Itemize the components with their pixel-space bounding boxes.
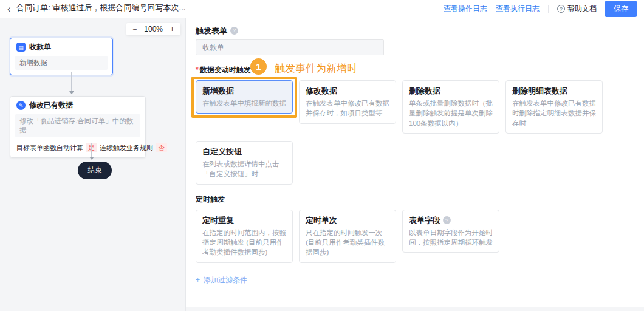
zoom-level: 100% <box>144 25 163 33</box>
help-icon: ? <box>557 5 565 13</box>
back-icon[interactable]: ‹ <box>7 4 10 14</box>
required-mark: * <box>196 66 199 74</box>
node-title: 收款单 <box>29 42 51 52</box>
info-icon[interactable]: ? <box>443 216 451 224</box>
help-label: 帮助文档 <box>567 4 597 14</box>
node-event: 新增数据 <box>15 56 108 70</box>
card-delete-subform-data[interactable]: 删除明细表数据 在触发表单中修改已有数据时删除指定明细表数据并保存时 <box>505 80 603 134</box>
zoom-control: − 100% + <box>126 23 180 35</box>
node-modify-data[interactable]: ✎ 修改已有数据 修改「食品进销存.合同订单」中的数据 目标表单函数自动计算 是… <box>10 96 146 158</box>
app-window: ‹ 合同订单: 审核通过后，根据合同编号回写本次... 查看操作日志 查看执行日… <box>0 0 644 311</box>
data-change-cards-row1: 新增数据 在触发表单中填报新的数据 修改数据 在触发表单中修改已有数据并保存时，… <box>196 80 632 134</box>
card-form-field[interactable]: 表单字段 ? 以表单日期字段作为开始时间，按照指定周期循环触发 <box>402 210 499 253</box>
header-divider <box>548 5 549 13</box>
card-custom-button[interactable]: 自定义按钮 在列表或数据详情中点击「自定义按钮」时 <box>196 141 293 185</box>
card-timer-repeat[interactable]: 定时重复 在指定的时间范围内，按照指定周期触发 (目前只用作考勤类插件数据同步) <box>196 210 293 263</box>
section-timer-label: 定时触发 <box>196 194 632 205</box>
page-title[interactable]: 合同订单: 审核通过后，根据合同编号回写本次... <box>16 2 185 15</box>
form-icon: ▤ <box>16 43 26 52</box>
card-delete-data[interactable]: 删除数据 单条或批量删除数据时（批量删除触发前提是单次删除100条数据以内） <box>402 80 499 134</box>
annotation-step-number: 1 <box>250 58 267 75</box>
trigger-config-panel: 触发表单 ? *数据变动时触发 新增数据 在触发表单中填报新的数据 修改数据 在… <box>186 18 644 307</box>
zoom-out-button[interactable]: − <box>132 25 137 33</box>
zoom-in-button[interactable]: + <box>170 25 174 33</box>
timer-cards-row: 定时重复 在指定的时间范围内，按照指定周期触发 (目前只用作考勤类插件数据同步)… <box>196 210 632 263</box>
node-receipt-form[interactable]: ▤ 收款单 新增数据 <box>10 38 113 75</box>
info-icon[interactable]: ? <box>230 27 238 35</box>
edit-icon: ✎ <box>16 101 26 110</box>
main-column: 触发表单 ? *数据变动时触发 新增数据 在触发表单中填报新的数据 修改数据 在… <box>186 18 644 311</box>
rule-value-badge: 否 <box>156 143 167 152</box>
connector-arrow <box>91 143 92 159</box>
execution-log-link[interactable]: 查看执行日志 <box>496 4 540 14</box>
rule-label: 连续触发业务规则 <box>100 143 153 152</box>
calc-label: 目标表单函数自动计算 <box>16 143 83 152</box>
top-header: ‹ 合同订单: 审核通过后，根据合同编号回写本次... 查看操作日志 查看执行日… <box>0 0 644 18</box>
header-actions: 查看操作日志 查看执行日志 ? 帮助文档 保存 <box>444 1 637 17</box>
operation-log-link[interactable]: 查看操作日志 <box>444 4 487 14</box>
card-modify-data[interactable]: 修改数据 在触发表单中修改已有数据并保存时，如项目类型等 <box>299 80 396 124</box>
card-timer-once[interactable]: 定时单次 只在指定的时间触发一次 (目前只用作考勤类插件数据同步) <box>299 210 396 263</box>
add-filter-link[interactable]: + 添加过滤条件 <box>196 275 632 285</box>
data-change-cards-row2: 自定义按钮 在列表或数据详情中点击「自定义按钮」时 <box>196 141 632 185</box>
trigger-form-label: 触发表单 ? <box>196 26 632 36</box>
workflow-canvas: − 100% + ▤ 收款单 新增数据 ✎ 修改已有数据 修改「食品进销存.合同… <box>0 18 186 311</box>
plus-icon: + <box>196 276 200 284</box>
card-new-data[interactable]: 新增数据 在触发表单中填报新的数据 <box>196 80 293 114</box>
node-settings-row: 目标表单函数自动计算 是 连续触发业务规则 否 <box>10 142 145 157</box>
help-doc-link[interactable]: ? 帮助文档 <box>557 4 597 14</box>
connector-arrow <box>71 72 72 94</box>
node-title: 修改已有数据 <box>29 100 73 111</box>
trigger-form-input[interactable] <box>196 39 384 55</box>
end-node[interactable]: 结束 <box>78 162 112 179</box>
node-description: 修改「食品进销存.合同订单」中的数据 <box>15 114 140 137</box>
annotation-text: 触发事件为新增时 <box>275 61 357 75</box>
save-button[interactable]: 保存 <box>605 1 637 17</box>
